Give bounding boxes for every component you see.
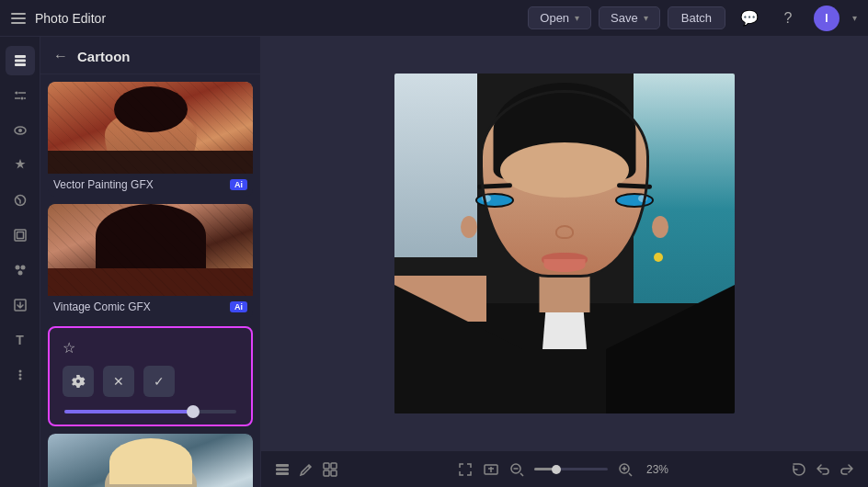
svg-rect-13 — [17, 232, 23, 239]
edit-icon[interactable] — [298, 461, 314, 478]
svg-rect-26 — [324, 470, 329, 476]
zoom-value: 23% — [643, 463, 672, 476]
svg-rect-1 — [15, 60, 26, 62]
topbar-center: Open ▾ Save ▾ Batch — [528, 6, 725, 29]
active-card-controls: ✕ ✓ — [63, 366, 238, 397]
canvas-workspace[interactable] — [261, 37, 868, 450]
filter-thumb-vector — [48, 82, 253, 174]
filter-apply-button[interactable]: ✓ — [143, 366, 175, 397]
sidebar-icon-effects[interactable] — [6, 151, 35, 180]
topbar-left: Photo Editor — [11, 11, 517, 26]
sidebar-icon-more[interactable] — [6, 360, 35, 390]
batch-button[interactable]: Batch — [668, 6, 725, 29]
active-card-inner: ☆ ✕ ✓ — [50, 328, 251, 425]
sidebar-icon-export[interactable] — [6, 290, 35, 320]
sidebar-icon-frames[interactable] — [6, 221, 35, 250]
svg-rect-24 — [324, 463, 329, 469]
layers-icon[interactable] — [274, 461, 291, 478]
chat-icon[interactable]: 💬 — [737, 6, 762, 31]
svg-rect-2 — [15, 63, 26, 66]
svg-rect-25 — [331, 463, 337, 469]
fullscreen-icon[interactable] — [457, 461, 474, 478]
avatar[interactable]: I — [814, 6, 839, 31]
svg-point-19 — [18, 374, 21, 377]
ai-badge-vector: Ai — [230, 179, 247, 190]
filter-name-vintage: Vintage Comic GFX — [53, 300, 151, 313]
filter-cancel-button[interactable]: ✕ — [103, 366, 134, 397]
canvas-area: 23% — [261, 37, 868, 487]
open-button[interactable]: Open ▾ — [528, 6, 591, 29]
zoom-out-icon[interactable] — [508, 461, 525, 478]
svg-rect-23 — [276, 472, 289, 475]
star-icon: ☆ — [63, 339, 238, 357]
filter-card-active: ☆ ✕ ✓ — [48, 326, 253, 426]
grid-icon[interactable] — [322, 461, 338, 478]
panel-title: Cartoon — [77, 49, 131, 64]
svg-rect-22 — [276, 468, 289, 470]
bottom-center: 23% — [457, 461, 672, 478]
filter-thumb-cartoonizer — [48, 434, 253, 487]
ai-badge-vintage: Ai — [230, 301, 247, 312]
filter-settings-button[interactable] — [63, 366, 94, 397]
filter-intensity-slider[interactable] — [63, 410, 238, 413]
filter-label-row-vector: Vector Painting GFX Ai — [48, 174, 253, 197]
open-chevron-icon: ▾ — [575, 13, 579, 23]
bottom-bar: 23% — [261, 450, 868, 487]
filter-card-cartoonizer[interactable]: Cartoonizer GFX 2 Ai — [48, 434, 253, 487]
filter-card-vintage[interactable]: Vintage Comic GFX Ai — [48, 204, 253, 319]
menu-icon[interactable] — [11, 13, 26, 24]
panel-header: ← Cartoon — [40, 37, 260, 74]
filters-panel: ← Cartoon Vector Painting GFX Ai — [40, 37, 261, 487]
sidebar-icon-history[interactable] — [6, 186, 35, 215]
svg-rect-21 — [276, 464, 289, 467]
svg-point-18 — [18, 370, 21, 373]
back-button[interactable]: ← — [53, 48, 68, 64]
icon-sidebar: T — [0, 37, 40, 487]
undo-icon[interactable] — [815, 461, 831, 478]
panel-content: Vector Painting GFX Ai Vintage Comic GFX… — [40, 74, 260, 487]
filter-thumb-vintage — [48, 204, 253, 296]
fit-icon[interactable] — [483, 461, 499, 478]
topbar-right: 💬 ? I ▾ — [737, 6, 857, 31]
save-chevron-icon: ▾ — [644, 13, 648, 23]
svg-point-14 — [15, 266, 19, 270]
canvas-image — [394, 74, 735, 413]
sidebar-icon-text[interactable]: T — [6, 325, 35, 355]
sidebar-icon-adjustments[interactable] — [6, 81, 35, 110]
svg-point-16 — [17, 271, 22, 276]
sidebar-icon-eye[interactable] — [6, 116, 35, 145]
redo-icon[interactable] — [839, 461, 855, 478]
svg-rect-27 — [331, 470, 337, 476]
svg-point-15 — [20, 266, 25, 270]
svg-point-20 — [18, 378, 21, 380]
zoom-slider[interactable] — [534, 468, 608, 470]
sidebar-icon-layers[interactable] — [6, 46, 35, 75]
save-button[interactable]: Save ▾ — [599, 6, 660, 29]
svg-point-10 — [18, 129, 22, 132]
filter-label-row-vintage: Vintage Comic GFX Ai — [48, 296, 253, 319]
filter-name-vector: Vector Painting GFX — [53, 178, 154, 191]
zoom-in-icon[interactable] — [617, 461, 634, 478]
svg-rect-0 — [15, 55, 26, 58]
bottom-right — [791, 461, 855, 478]
sidebar-icon-objects[interactable] — [6, 255, 35, 285]
main: T ← Cartoon Vector — [0, 37, 868, 487]
help-icon[interactable]: ? — [775, 6, 801, 31]
filter-card-vector[interactable]: Vector Painting GFX Ai — [48, 82, 253, 197]
account-chevron-icon[interactable]: ▾ — [852, 13, 857, 23]
topbar: Photo Editor Open ▾ Save ▾ Batch 💬 ? I ▾ — [0, 0, 868, 37]
svg-point-3 — [15, 92, 17, 95]
rotate-ccw-icon[interactable] — [791, 461, 807, 478]
app-title: Photo Editor — [35, 11, 106, 26]
svg-point-6 — [20, 97, 23, 100]
bottom-left — [274, 461, 338, 478]
